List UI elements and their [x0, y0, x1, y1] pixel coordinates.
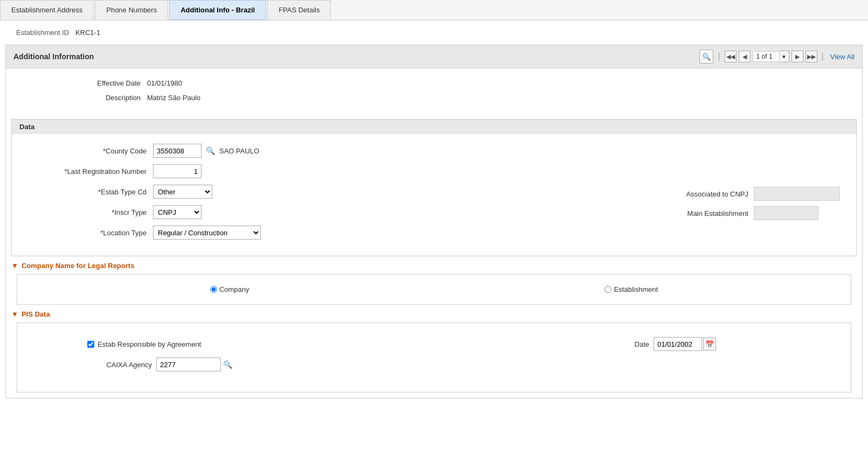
company-name-title: Company Name for Legal Reports [22, 262, 135, 270]
county-code-search-icon[interactable]: 🔍 [206, 146, 215, 155]
company-name-radio-row: Company Establishment [28, 281, 840, 298]
estab-type-label: *Estab Type Cd [28, 188, 147, 196]
last-reg-value [153, 164, 202, 178]
pis-data-header: ▼ PIS Data [11, 310, 857, 318]
calendar-button[interactable]: 📅 [703, 338, 716, 350]
estab-type-row: *Estab Type Cd Other Matrix Branch [28, 185, 619, 199]
pis-data-subsection: ▼ PIS Data Estab Responsible by Agreemen… [11, 310, 857, 392]
estab-id-label: Establishment ID [16, 29, 69, 37]
tabs-bar: Establishment AddressPhone NumbersAdditi… [0, 0, 868, 20]
last-page-icon: ▶▶ [807, 53, 816, 60]
county-code-value: 🔍 SAO PAULO [153, 144, 259, 158]
location-type-value: Regular / Construction Other [153, 226, 261, 240]
associated-cnpj-label: Associated to CNPJ [662, 190, 748, 198]
tab-phone-numbers[interactable]: Phone Numbers [95, 0, 168, 20]
data-section-content: *County Code 🔍 SAO PAULO *Last Registrat… [12, 134, 856, 256]
section-header: Additional Information 🔍 | ◀◀ ◀ 1 of 1 ▼ [6, 45, 862, 68]
dropdown-icon: ▼ [781, 54, 787, 60]
prev-page-button[interactable]: ◀ [739, 51, 751, 62]
prev-page-icon: ◀ [742, 53, 747, 60]
establishment-radio-button[interactable] [605, 286, 612, 293]
county-code-input[interactable] [153, 144, 202, 158]
caixa-agency-input[interactable] [156, 357, 221, 371]
tab-establishment-address[interactable]: Establishment Address [0, 0, 94, 20]
company-radio-label: Company [219, 285, 249, 293]
associated-cnpj-row: Associated to CNPJ [662, 187, 840, 201]
main-estab-label: Main Establishment [662, 209, 748, 218]
first-page-icon: ◀◀ [726, 53, 735, 60]
company-name-header: ▼ Company Name for Legal Reports [11, 262, 857, 270]
first-page-button[interactable]: ◀◀ [725, 51, 737, 62]
caixa-agency-row: CAIXA Agency 🔍 [44, 357, 824, 371]
data-section-header: Data [12, 120, 856, 134]
inscr-type-select[interactable]: CNPJ CPF [153, 205, 202, 219]
date-input[interactable] [654, 337, 702, 351]
data-section-title: Data [19, 123, 34, 131]
section-title: Additional Information [13, 52, 94, 61]
estab-responsible-checkbox[interactable] [87, 341, 94, 348]
tab-additional-info-brazil[interactable]: Additional Info - Brazil [169, 0, 266, 20]
next-page-icon: ▶ [795, 53, 800, 60]
search-icon: 🔍 [702, 53, 711, 61]
date-group: Date 📅 [635, 337, 716, 351]
next-page-button[interactable]: ▶ [791, 51, 803, 62]
pis-form: Estab Responsible by Agreement Date 📅 [28, 329, 840, 385]
description-row: Description Matriz São Paulo [22, 94, 846, 102]
description-text: Matriz São Paulo [147, 94, 200, 102]
section-content-header: Effective Date 01/01/1980 Description Ma… [6, 68, 862, 119]
effective-date-row: Effective Date 01/01/1980 [22, 79, 846, 87]
inscr-type-label: *Inscr Type [28, 208, 147, 216]
effective-date-text: 01/01/1980 [147, 79, 182, 87]
last-reg-input[interactable] [153, 164, 202, 178]
description-value: Matriz São Paulo [147, 94, 200, 102]
location-type-select[interactable]: Regular / Construction Other [153, 226, 261, 240]
page-dropdown-button[interactable]: ▼ [780, 51, 789, 62]
location-type-label: *Location Type [28, 229, 147, 237]
date-label: Date [635, 340, 649, 348]
company-radio-item: Company [210, 285, 249, 293]
associated-cnpj-input [754, 187, 840, 201]
company-radio-button[interactable] [210, 286, 217, 293]
company-name-subsection: ▼ Company Name for Legal Reports Company… [11, 262, 857, 305]
caixa-agency-search-icon[interactable]: 🔍 [223, 360, 232, 369]
date-input-group: 📅 [654, 337, 716, 351]
county-code-row: *County Code 🔍 SAO PAULO [28, 144, 619, 158]
estab-type-select[interactable]: Other Matrix Branch [153, 185, 212, 199]
page-indicator: 1 of 1 [753, 51, 780, 62]
separator1: | [718, 52, 720, 61]
view-all-link[interactable]: View All [830, 53, 855, 61]
establishment-id-row: Establishment ID KRC1-1 [0, 20, 868, 45]
location-type-row: *Location Type Regular / Construction Ot… [28, 226, 619, 240]
last-reg-row: *Last Registration Number [28, 164, 619, 178]
pis-row1: Estab Responsible by Agreement Date 📅 [44, 337, 824, 351]
section-search-button[interactable]: 🔍 [699, 50, 713, 64]
inscr-type-row: *Inscr Type CNPJ CPF [28, 205, 619, 219]
tab-fpas-details[interactable]: FPAS Details [267, 0, 331, 20]
county-code-label: *County Code [28, 147, 147, 155]
pis-data-box: Estab Responsible by Agreement Date 📅 [17, 322, 851, 392]
separator2: | [822, 52, 824, 61]
data-subsection: Data *County Code 🔍 SAO PAULO [11, 119, 857, 256]
page-text: 1 of 1 [756, 53, 773, 60]
caixa-agency-group: 🔍 [156, 357, 232, 371]
section-controls: 🔍 | ◀◀ ◀ 1 of 1 ▼ ▶ ▶▶ [699, 50, 855, 64]
fields-two-col: *County Code 🔍 SAO PAULO *Last Registrat… [28, 144, 840, 246]
pis-collapse-icon[interactable]: ▼ [11, 310, 18, 318]
right-fields-col: Associated to CNPJ Main Establishment [662, 187, 840, 220]
establishment-radio-label: Establishment [614, 285, 658, 293]
calendar-icon: 📅 [705, 340, 714, 348]
company-name-collapse-icon[interactable]: ▼ [11, 262, 18, 270]
company-name-box: Company Establishment [17, 274, 851, 305]
estab-type-value: Other Matrix Branch [153, 185, 212, 199]
establishment-radio-item: Establishment [605, 285, 658, 293]
inscr-type-value: CNPJ CPF [153, 205, 202, 219]
estab-responsible-label: Estab Responsible by Agreement [98, 340, 201, 348]
county-code-name-text: SAO PAULO [219, 147, 259, 155]
last-reg-label: *Last Registration Number [28, 167, 147, 176]
caixa-agency-label: CAIXA Agency [44, 361, 152, 369]
estab-responsible-group: Estab Responsible by Agreement [87, 340, 201, 348]
pis-data-title: PIS Data [22, 310, 50, 318]
left-fields-col: *County Code 🔍 SAO PAULO *Last Registrat… [28, 144, 619, 246]
effective-date-value: 01/01/1980 [147, 79, 182, 87]
last-page-button[interactable]: ▶▶ [805, 51, 817, 62]
